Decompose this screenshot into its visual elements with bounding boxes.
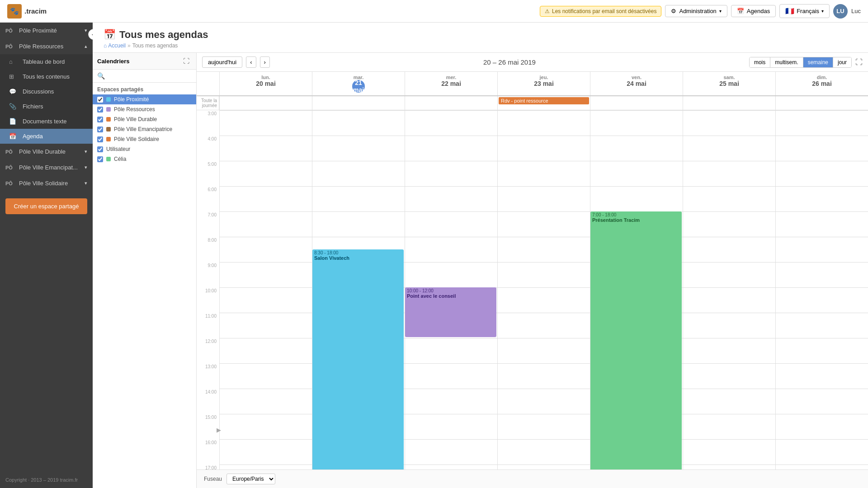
expand-arrow[interactable]: ▶ (217, 427, 221, 433)
time-cell-day3-hour12[interactable] (497, 338, 590, 363)
time-cell-day0-hour9[interactable] (219, 262, 312, 287)
expand-calendars-button[interactable]: ⛶ (181, 56, 192, 66)
time-cell-day3-hour4[interactable] (497, 136, 590, 161)
time-cell-day0-hour3[interactable] (219, 110, 312, 136)
time-cell-day4-hour4[interactable] (590, 136, 683, 161)
time-cell-day2-hour5[interactable] (405, 161, 497, 186)
time-cell-day0-hour10[interactable] (219, 287, 312, 313)
time-cell-day5-hour17[interactable] (683, 465, 775, 469)
time-cell-day2-hour3[interactable] (405, 110, 497, 136)
time-cell-day0-hour16[interactable] (219, 439, 312, 465)
time-cell-day3-hour15[interactable] (497, 414, 590, 439)
time-cell-day5-hour4[interactable] (683, 136, 775, 161)
time-cell-day3-hour8[interactable] (497, 237, 590, 262)
time-cell-day5-hour10[interactable] (683, 287, 775, 313)
time-cell-day3-hour5[interactable] (497, 161, 590, 186)
agendas-button[interactable]: 📅 Agendas (731, 5, 776, 17)
time-cell-day0-hour15[interactable] (219, 414, 312, 439)
time-cell-day2-hour17[interactable] (405, 465, 497, 469)
time-cell-day6-hour15[interactable] (775, 414, 868, 439)
sidebar-item-documents-texte[interactable]: 📄 Documents texte (0, 114, 93, 129)
time-cell-day2-hour15[interactable] (405, 414, 497, 439)
time-cell-day5-hour7[interactable] (683, 211, 775, 237)
sidebar-item-discussions[interactable]: 💬 Discussions (0, 84, 93, 99)
view-jour-button[interactable]: jour (833, 57, 851, 67)
time-cell-day0-hour13[interactable] (219, 363, 312, 389)
time-cell-day3-hour11[interactable] (497, 313, 590, 338)
time-cell-day5-hour14[interactable] (683, 389, 775, 414)
calendar-item-pole-emancipatrice[interactable]: Pôle Ville Emancipatrice (93, 124, 196, 134)
time-cell-day2-hour12[interactable] (405, 338, 497, 363)
time-cell-day3-hour7[interactable] (497, 211, 590, 237)
time-cell-day0-hour14[interactable] (219, 389, 312, 414)
time-cell-day4-hour5[interactable] (590, 161, 683, 186)
fullscreen-button[interactable]: ⛶ (855, 58, 863, 66)
time-cell-day6-hour8[interactable] (775, 237, 868, 262)
calendar-item-pole-durable[interactable]: Pôle Ville Durable (93, 114, 196, 124)
time-cell-day1-hour3[interactable] (312, 110, 405, 136)
time-cell-day6-hour11[interactable] (775, 313, 868, 338)
calendar-checkbox-pole-proximite[interactable] (97, 97, 103, 103)
time-cell-day5-hour13[interactable] (683, 363, 775, 389)
time-cell-day1-hour7[interactable] (312, 211, 405, 237)
time-cell-day6-hour5[interactable] (775, 161, 868, 186)
time-cell-day6-hour13[interactable] (775, 363, 868, 389)
calendar-item-pole-ressources[interactable]: Pôle Ressources (93, 104, 196, 114)
calendar-checkbox-pole-ressources[interactable] (97, 107, 103, 113)
calendar-checkbox-utilisateur[interactable] (97, 146, 103, 152)
time-cell-day3-hour13[interactable] (497, 363, 590, 389)
calendar-item-utilisateur[interactable]: Utilisateur (93, 144, 196, 154)
sidebar-item-pole-ville-solidaire[interactable]: PÔ Pôle Ville Solidaire ▾ (0, 175, 93, 191)
time-cell-day1-hour5[interactable] (312, 161, 405, 186)
time-cell-day5-hour16[interactable] (683, 439, 775, 465)
time-cell-day5-hour12[interactable] (683, 338, 775, 363)
prev-week-button[interactable]: ‹ (246, 56, 256, 68)
time-cell-day5-hour9[interactable] (683, 262, 775, 287)
time-cell-day0-hour8[interactable] (219, 237, 312, 262)
calendar-item-pole-proximite[interactable]: Pôle Proximité (93, 94, 196, 104)
time-cell-day6-hour9[interactable] (775, 262, 868, 287)
app-logo[interactable]: 🐾 .tracim (7, 4, 47, 19)
time-cell-day0-hour6[interactable] (219, 186, 312, 211)
time-cell-day6-hour4[interactable] (775, 136, 868, 161)
time-cell-day3-hour14[interactable] (497, 389, 590, 414)
sidebar-item-pole-ville-emancipat[interactable]: PÔ Pôle Ville Emancipat... ▾ (0, 160, 93, 175)
calendar-checkbox-pole-durable[interactable] (97, 117, 103, 122)
time-cell-day3-hour3[interactable] (497, 110, 590, 136)
time-cell-day0-hour11[interactable] (219, 313, 312, 338)
sidebar-item-tous-contenus[interactable]: ⊞ Tous les contenus (0, 69, 93, 84)
time-cell-day5-hour6[interactable] (683, 186, 775, 211)
view-multisem-button[interactable]: multisem. (770, 57, 802, 67)
calendar-checkbox-celia[interactable] (97, 156, 103, 162)
time-cell-day4-hour6[interactable] (590, 186, 683, 211)
sidebar-item-agenda[interactable]: 📅 Agenda (0, 129, 93, 144)
calendar-item-celia[interactable]: Célia (93, 154, 196, 164)
time-cell-day2-hour13[interactable] (405, 363, 497, 389)
event-point-conseil[interactable]: 10:00 - 12:00Point avec le conseil (405, 287, 496, 337)
time-cell-day0-hour7[interactable] (219, 211, 312, 237)
time-cell-day3-hour10[interactable] (497, 287, 590, 313)
sidebar-item-pole-proximite[interactable]: PÔ Pôle Proximité ▾ (0, 23, 93, 38)
time-cell-day5-hour8[interactable] (683, 237, 775, 262)
time-cell-day2-hour8[interactable] (405, 237, 497, 262)
time-cell-day6-hour7[interactable] (775, 211, 868, 237)
time-cell-day1-hour4[interactable] (312, 136, 405, 161)
time-cell-day2-hour7[interactable] (405, 211, 497, 237)
time-cell-day5-hour5[interactable] (683, 161, 775, 186)
calendar-item-pole-solidaire[interactable]: Pôle Ville Solidaire (93, 134, 196, 144)
view-mois-button[interactable]: mois (750, 57, 770, 67)
time-cell-day2-hour9[interactable] (405, 262, 497, 287)
today-button[interactable]: aujourd'hui (202, 56, 242, 68)
event-presentation-tracim[interactable]: 7:00 - 18:00Présentation Tracim (590, 211, 682, 469)
time-cell-day6-hour6[interactable] (775, 186, 868, 211)
time-cell-day6-hour16[interactable] (775, 439, 868, 465)
time-cell-day6-hour14[interactable] (775, 389, 868, 414)
time-cell-day5-hour15[interactable] (683, 414, 775, 439)
time-cell-day5-hour11[interactable] (683, 313, 775, 338)
calendar-checkbox-pole-emancipatrice[interactable] (97, 127, 103, 132)
time-cell-day2-hour6[interactable] (405, 186, 497, 211)
time-cell-day0-hour5[interactable] (219, 161, 312, 186)
time-cell-day2-hour14[interactable] (405, 389, 497, 414)
time-cell-day6-hour10[interactable] (775, 287, 868, 313)
time-cell-day5-hour3[interactable] (683, 110, 775, 136)
